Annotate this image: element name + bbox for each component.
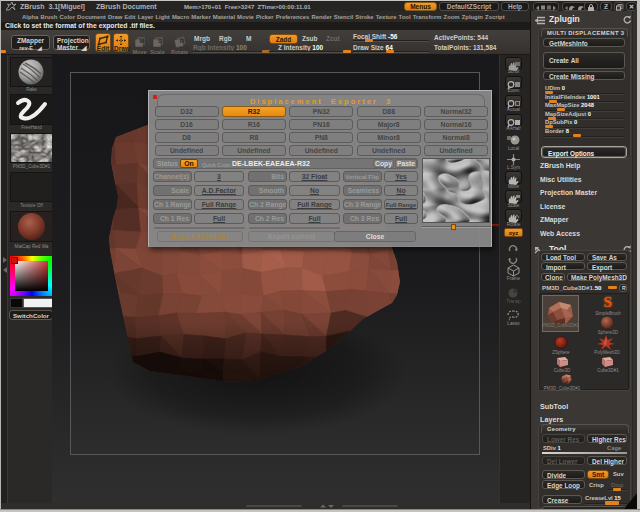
svg-text:M: M (140, 38, 145, 44)
svg-text:S: S (158, 38, 162, 44)
svg-text:R: R (179, 38, 184, 44)
